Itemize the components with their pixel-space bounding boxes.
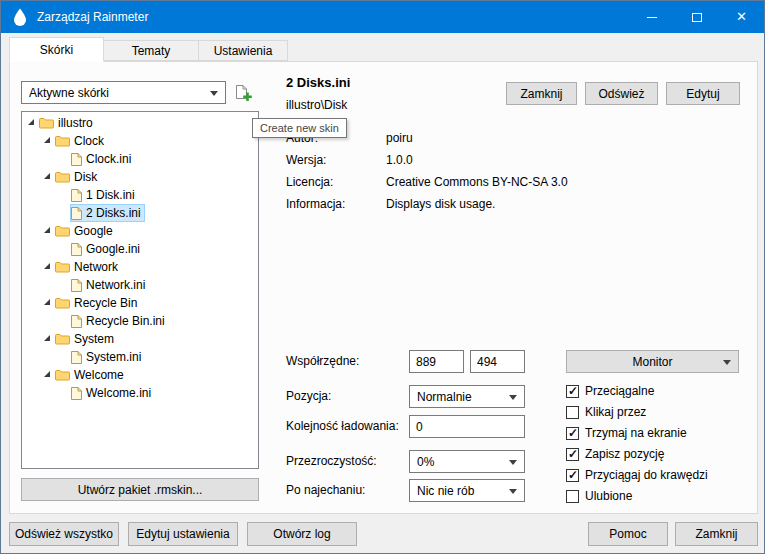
folder-icon	[55, 333, 70, 345]
create-rmskin-package-label: Utwórz pakiet .rmskin...	[78, 483, 203, 497]
checkbox-keep-on-screen[interactable]: Trzymaj na ekranie	[566, 425, 687, 441]
skin-file-icon	[71, 351, 82, 364]
on-hover-dropdown[interactable]: Nic nie rób	[409, 479, 525, 502]
tree-expand-arrow[interactable]	[42, 225, 54, 237]
tree-item-clock-ini[interactable]: Clock.ini	[22, 150, 258, 168]
tree-expand-arrow[interactable]	[42, 171, 54, 183]
checkbox-save-position[interactable]: Zapisz pozycję	[566, 446, 664, 462]
tree-item-clock[interactable]: Clock	[22, 132, 258, 150]
tab-themes[interactable]: Tematy	[103, 40, 199, 61]
skin-file-icon	[71, 387, 82, 400]
rainmeter-manage-window: Zarządzaj Rainmeter Skórki Tematy Ustawi…	[0, 0, 765, 554]
tree-expand-arrow[interactable]	[26, 117, 38, 129]
create-rmskin-package-button[interactable]: Utwórz pakiet .rmskin...	[21, 478, 259, 501]
open-log-button[interactable]: Otwórz log	[247, 522, 357, 546]
tree-item-label: System.ini	[86, 350, 141, 364]
folder-icon	[55, 369, 70, 381]
tree-item-system-ini[interactable]: System.ini	[22, 348, 258, 366]
checkbox-click-through-box[interactable]	[566, 406, 579, 419]
unload-skin-button[interactable]: Zamknij	[506, 82, 577, 105]
create-new-skin-button[interactable]	[232, 83, 254, 103]
tab-settings[interactable]: Ustawienia	[198, 40, 288, 61]
tree-item-network-ini[interactable]: Network.ini	[22, 276, 258, 294]
skin-file-icon	[71, 315, 82, 328]
coordinate-y-input[interactable]	[470, 350, 525, 373]
close-icon	[736, 10, 747, 24]
author-field-value: poiru	[386, 131, 413, 145]
tree-item-label: Disk	[74, 170, 97, 184]
tree-item-2-disks-ini[interactable]: 2 Disks.ini	[22, 204, 258, 222]
refresh-all-button[interactable]: Odśwież wszystko	[9, 522, 119, 546]
help-button[interactable]: Pomoc	[588, 522, 668, 546]
tree-item-system[interactable]: System	[22, 330, 258, 348]
tree-item-illustro[interactable]: illustro	[22, 114, 258, 132]
rainmeter-drop-icon	[12, 8, 28, 26]
tree-item-welcome[interactable]: Welcome	[22, 366, 258, 384]
tree-item-welcome-ini[interactable]: Welcome.ini	[22, 384, 258, 402]
checkbox-save-position-box[interactable]	[566, 448, 579, 461]
tree-item-label: Google.ini	[86, 242, 140, 256]
minimize-button[interactable]	[629, 1, 674, 33]
tree-expand-arrow[interactable]	[42, 135, 54, 147]
skin-file-icon	[71, 189, 82, 202]
tree-item-google-ini[interactable]: Google.ini	[22, 240, 258, 258]
license-field-label: Licencja:	[286, 175, 333, 189]
edit-settings-button[interactable]: Edytuj ustawienia	[128, 522, 238, 546]
coordinates-label: Współrzędne:	[286, 354, 359, 368]
checkbox-snap-to-edges-box[interactable]	[566, 469, 579, 482]
checkbox-click-through[interactable]: Klikaj przez	[566, 404, 646, 420]
unload-skin-label: Zamknij	[520, 87, 562, 101]
monitor-dropdown-button[interactable]: Monitor	[566, 350, 739, 373]
position-dropdown[interactable]: Normalnie	[409, 385, 525, 408]
tree-expand-arrow[interactable]	[42, 333, 54, 345]
tree-item-disk[interactable]: Disk	[22, 168, 258, 186]
refresh-skin-button[interactable]: Odśwież	[585, 82, 658, 105]
checkbox-draggable[interactable]: Przeciągalne	[566, 383, 654, 399]
load-order-input[interactable]	[409, 415, 525, 438]
checkbox-favorite[interactable]: Ulubione	[566, 488, 632, 504]
checkbox-favorite-box[interactable]	[566, 490, 579, 503]
active-skins-dropdown-value: Aktywne skórki	[29, 86, 109, 100]
skin-file-icon	[71, 153, 82, 166]
checkbox-draggable-box[interactable]	[566, 385, 579, 398]
open-log-label: Otwórz log	[273, 527, 330, 541]
tree-indent-spacer	[58, 315, 70, 327]
close-window-button[interactable]	[719, 1, 764, 33]
load-order-label: Kolejność ładowania:	[286, 419, 399, 433]
tree-item-recycle-bin-ini[interactable]: Recycle Bin.ini	[22, 312, 258, 330]
tree-indent-spacer	[58, 243, 70, 255]
close-dialog-button[interactable]: Zamknij	[675, 522, 758, 546]
tree-item-label: Recycle Bin.ini	[86, 314, 165, 328]
edit-skin-button[interactable]: Edytuj	[666, 82, 740, 105]
maximize-icon	[692, 13, 702, 22]
tree-expand-arrow[interactable]	[42, 297, 54, 309]
tree-item-label: 2 Disks.ini	[86, 206, 141, 220]
tree-item-1-disk-ini[interactable]: 1 Disk.ini	[22, 186, 258, 204]
titlebar: Zarządzaj Rainmeter	[1, 1, 764, 33]
tree-item-label: Clock.ini	[86, 152, 131, 166]
checkbox-keep-on-screen-box[interactable]	[566, 427, 579, 440]
tree-expand-arrow[interactable]	[42, 369, 54, 381]
folder-icon	[55, 297, 70, 309]
coordinate-x-input[interactable]	[409, 350, 464, 373]
folder-icon	[55, 135, 70, 147]
tree-item-recycle-bin[interactable]: Recycle Bin	[22, 294, 258, 312]
maximize-button[interactable]	[674, 1, 719, 33]
checkbox-snap-to-edges[interactable]: Przyciągaj do krawędzi	[566, 467, 708, 483]
tree-indent-spacer	[58, 153, 70, 165]
tree-expand-arrow[interactable]	[42, 261, 54, 273]
skins-tree[interactable]: illustro Clock Clock.ini Disk 1 Disk.ini…	[21, 111, 259, 469]
skin-file-icon	[71, 279, 82, 292]
transparency-dropdown[interactable]: 0%	[409, 450, 525, 473]
information-field-label: Informacja:	[286, 197, 345, 211]
tree-item-label: Network	[74, 260, 118, 274]
transparency-dropdown-value: 0%	[417, 455, 434, 469]
refresh-skin-label: Odśwież	[598, 87, 644, 101]
tree-item-network[interactable]: Network	[22, 258, 258, 276]
active-skins-dropdown[interactable]: Aktywne skórki	[21, 81, 226, 104]
close-dialog-label: Zamknij	[695, 527, 737, 541]
tab-skins[interactable]: Skórki	[9, 37, 104, 62]
tree-item-google[interactable]: Google	[22, 222, 258, 240]
folder-icon	[55, 261, 70, 273]
skin-file-icon	[71, 207, 82, 220]
